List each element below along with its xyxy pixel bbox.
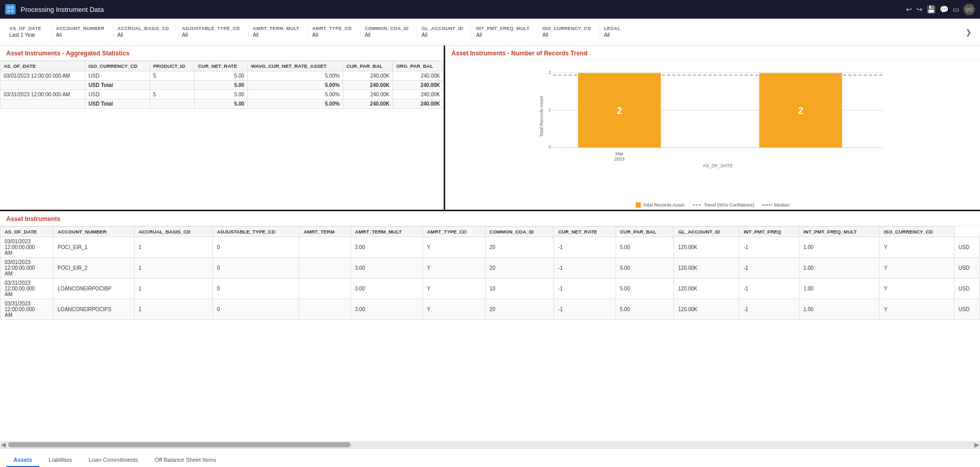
stats-col-as_of_date: AS_OF_DATE (1, 61, 85, 71)
app-icon (5, 4, 16, 14)
data-col-iso_currency_cd: ISO_CURRENCY_CD (880, 227, 954, 237)
table-row: 03/31/2023 12:00:00.000 AMLOANCONEIRPOCI… (1, 279, 980, 299)
stats-col-cur_net_rate: CUR_NET_RATE (195, 61, 247, 71)
stats-col-wavg_cur_net_rate_asset: WAVG_CUR_NET_RATE_ASSET (247, 61, 343, 71)
filter-item-int_pmt_freq_mult[interactable]: INT_PMT_FREQ_MULTAll (472, 24, 538, 40)
legend-label-trend: Trend (95% Confidence) (704, 202, 755, 208)
stats-row: USD Total5.005.00%240.00K240.00K (1, 81, 444, 90)
stats-col-iso_currency_cd: ISO_CURRENCY_CD (85, 61, 150, 71)
data-col-amrt_term_mult: AMRT_TERM_MULT (350, 227, 422, 237)
trend-chart-svg: Total Records Asset 2 1 0 2 2 (454, 65, 972, 168)
scroll-left-icon[interactable]: ◀ (1, 441, 6, 448)
data-col-amrt_term: AMRT_TERM (299, 227, 350, 237)
tab-liabilities[interactable]: Liabilities (41, 454, 79, 467)
stats-col-org_par_bal: ORG_PAR_BAL (393, 61, 444, 71)
data-col-int_pmt_freq_mult: INT_PMT_FREQ_MULT (799, 227, 880, 237)
svg-text:1: 1 (548, 107, 551, 112)
trend-panel: Asset Instruments - Number of Records Tr… (445, 46, 980, 210)
title-bar-controls: ↩ ↪ 💾 💬 ▭ QQ (906, 4, 975, 15)
chat-icon[interactable]: 💬 (940, 5, 948, 13)
stats-table: AS_OF_DATEISO_CURRENCY_CDPRODUCT_IDCUR_N… (0, 61, 444, 109)
scroll-thumb[interactable] (8, 442, 350, 447)
table-row: 03/01/2023 12:00:00.000 AMPOCI_EIR_2103.… (1, 258, 980, 279)
legend-trend: Trend (95% Confidence) (693, 202, 755, 208)
restore-icon[interactable]: ▭ (953, 5, 959, 13)
svg-rect-0 (7, 6, 10, 9)
svg-rect-3 (11, 10, 13, 12)
filter-item-accrual_basis_cd[interactable]: ACCRUAL_BASIS_CDAll (113, 24, 178, 40)
svg-text:0: 0 (548, 144, 551, 150)
legend-total-records: Total Records Asset (636, 202, 684, 208)
filter-item-adjustable_type_cd[interactable]: ADJUSTABLE_TYPE_CDAll (178, 24, 249, 40)
legend-label-median: Median (774, 202, 789, 208)
data-table: AS_OF_DATEACCOUNT_NUMBERACCRUAL_BASIS_CD… (0, 226, 980, 320)
svg-text:2: 2 (798, 106, 803, 116)
data-col-cur_net_rate: CUR_NET_RATE (554, 227, 616, 237)
data-col-amrt_type_cd: AMRT_TYPE_CD (422, 227, 485, 237)
data-col-common_coa_id: COMMON_COA_ID (485, 227, 554, 237)
svg-text:2: 2 (617, 106, 622, 116)
filter-item-legal[interactable]: LEGALAll (600, 24, 647, 40)
tab-bar: AssetsLiabilitiesLoan CommitmentsOff Bal… (0, 448, 980, 467)
user-icon[interactable]: QQ (963, 4, 975, 15)
svg-rect-1 (11, 6, 13, 9)
bottom-panel: Asset Instruments AS_OF_DATEACCOUNT_NUMB… (0, 211, 980, 448)
filter-item-amrt_type_cd[interactable]: AMRT_TYPE_CDAll (308, 24, 360, 40)
scroll-right-icon[interactable]: ▶ (974, 441, 979, 448)
stats-row: 03/01/2023 12:00:00.000 AMUSD55.005.00%2… (1, 71, 444, 81)
filter-item-amrt_term_mult[interactable]: AMRT_TERM_MULTAll (248, 24, 308, 40)
filter-item-iso_currency_cd[interactable]: ISO_CURRENCY_CDAll (538, 24, 600, 40)
chart-area: Total Records Asset 2 1 0 2 2 (445, 61, 980, 200)
data-table-container[interactable]: AS_OF_DATEACCOUNT_NUMBERACCRUAL_BASIS_CD… (0, 226, 980, 441)
asset-instruments-title: Asset Instruments (0, 211, 980, 226)
stats-col-product_id: PRODUCT_ID (150, 61, 195, 71)
data-col-gl_account_id: GL_ACCOUNT_ID (674, 227, 739, 237)
legend-trend-icon (693, 203, 702, 207)
agg-stats-panel: Asset Instruments - Aggregated Statistic… (0, 46, 445, 210)
filter-item-gl_account_id[interactable]: GL_ACCOUNT_IDAll (417, 24, 472, 40)
svg-text:AS_OF_DATE: AS_OF_DATE (703, 163, 733, 168)
legend-box-asset (636, 202, 641, 208)
filter-expand-icon[interactable]: ❯ (962, 28, 975, 36)
chart-legend: Total Records Asset Trend (95% Confidenc… (445, 200, 980, 210)
stats-row: 03/31/2023 12:00:00.000 AMUSD55.005.00%2… (1, 90, 444, 99)
tab-off-balance-sheet-items[interactable]: Off Balance Sheet Items (148, 454, 224, 467)
tab-loan-commitments[interactable]: Loan Commitments (81, 454, 145, 467)
page-title: Processing Instrument Data (21, 6, 104, 13)
filter-item-common_coa_id[interactable]: COMMON_COA_IDAll (360, 24, 417, 40)
forward-icon[interactable]: ↪ (916, 5, 923, 13)
svg-text:2023: 2023 (614, 156, 624, 162)
legend-median: Median (763, 202, 789, 208)
stats-row: USD Total5.005.00%240.00K240.00K (1, 99, 444, 109)
back-icon[interactable]: ↩ (906, 5, 912, 13)
stats-col-cur_par_bal: CUR_PAR_BAL (343, 61, 393, 71)
data-col-cur_par_bal: CUR_PAR_BAL (616, 227, 674, 237)
trend-title: Asset Instruments - Number of Records Tr… (445, 46, 980, 61)
title-bar: Processing Instrument Data ↩ ↪ 💾 💬 ▭ QQ (0, 0, 980, 19)
legend-median-icon (763, 203, 772, 207)
svg-text:Total Records Asset: Total Records Asset (539, 96, 544, 137)
svg-rect-2 (7, 10, 10, 12)
data-col-account_number: ACCOUNT_NUMBER (53, 227, 134, 237)
data-col-adjustable_type_cd: ADJUSTABLE_TYPE_CD (213, 227, 299, 237)
filter-bar: AS_OF_DATELast 1 YearACCOUNT_NUMBERAllAC… (0, 19, 980, 46)
agg-stats-title: Asset Instruments - Aggregated Statistic… (0, 46, 444, 61)
data-col-as_of_date: AS_OF_DATE (1, 227, 53, 237)
main-content: Asset Instruments - Aggregated Statistic… (0, 46, 980, 448)
svg-text:2: 2 (548, 70, 551, 75)
data-col-int_pmt_freq: INT_PMT_FREQ (739, 227, 799, 237)
filter-item-account_number[interactable]: ACCOUNT_NUMBERAll (52, 24, 113, 40)
tab-assets[interactable]: Assets (6, 454, 39, 467)
data-col-accrual_basis_cd: ACCRUAL_BASIS_CD (134, 227, 213, 237)
filter-item-as_of_date[interactable]: AS_OF_DATELast 1 Year (5, 24, 52, 40)
horizontal-scrollbar[interactable]: ◀ ▶ (0, 441, 980, 448)
legend-label-asset: Total Records Asset (643, 202, 684, 208)
save-icon[interactable]: 💾 (927, 5, 935, 13)
table-row: 03/31/2023 12:00:00.000 AMLOANCONEIRPOCI… (1, 299, 980, 320)
top-row: Asset Instruments - Aggregated Statistic… (0, 46, 980, 211)
svg-text:Mar: Mar (616, 151, 624, 156)
table-row: 03/01/2023 12:00:00.000 AMPOCI_EIR_1103.… (1, 237, 980, 258)
